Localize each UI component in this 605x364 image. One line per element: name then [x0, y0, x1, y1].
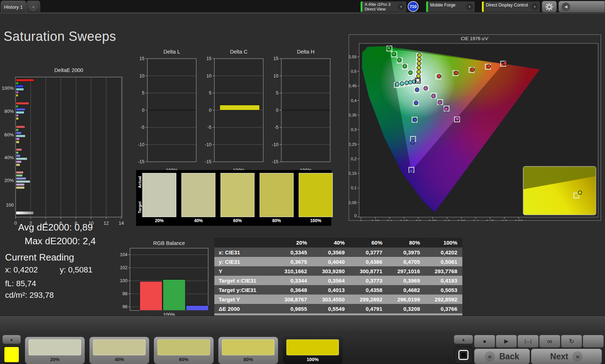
svg-text:0: 0 — [142, 108, 144, 113]
current-cdm2: cd/m²: 293,78 — [5, 291, 54, 300]
table-cell: 0,3345 — [274, 247, 312, 257]
table-row-label: Target x:CIE31 — [214, 276, 274, 285]
table-col-header: 60% — [350, 238, 387, 247]
measured-point-red — [503, 62, 507, 65]
svg-text:Delta L: Delta L — [164, 49, 180, 55]
svg-text:RGB Balance: RGB Balance — [153, 240, 185, 246]
measured-point-green — [403, 64, 407, 68]
gear-icon — [545, 3, 553, 11]
svg-text:15: 15 — [273, 56, 278, 61]
svg-text:0,2: 0,2 — [415, 219, 421, 221]
svg-text:0,3: 0,3 — [444, 219, 450, 221]
svg-text:15: 15 — [139, 56, 144, 61]
swatch-strip-label: 20% — [142, 218, 176, 223]
measured-point-yellow — [417, 66, 421, 69]
pattern-swatch-label: 100% — [283, 357, 343, 362]
pattern-swatch-label: 40% — [89, 357, 149, 362]
deltae-bar-blue-20% — [16, 177, 26, 180]
pattern-swatch-button-60%[interactable]: 60% — [154, 337, 214, 364]
pattern-scroll-up-button[interactable]: ▲ — [2, 335, 21, 344]
svg-text:60%: 60% — [4, 132, 14, 137]
deltae-bar-red-60% — [16, 126, 25, 128]
svg-text:10: 10 — [206, 73, 211, 79]
current-y: y: 0,5081 — [60, 265, 93, 275]
display-scroll-up-button[interactable]: ▲ — [454, 335, 473, 344]
table-row-label: Y — [214, 266, 274, 276]
deltae-bar-blue-100% — [16, 85, 24, 88]
svg-text:-10: -10 — [272, 142, 278, 147]
pattern-swatch-color — [286, 339, 339, 355]
current-x: x: 0,4202 — [5, 265, 38, 275]
chevron-down-icon: ▼ — [531, 3, 538, 10]
deltae-bar-yellow-40% — [16, 164, 20, 166]
up-arrow-icon: ▲ — [10, 337, 14, 342]
svg-text:0,1: 0,1 — [351, 186, 357, 190]
active-color-button[interactable] — [4, 346, 20, 363]
history-tab[interactable]: History 1 — [1, 1, 26, 13]
pattern-swatch-button-20%[interactable]: 20% — [25, 337, 85, 364]
meter-name: X-Rite i1Pro 3 — [365, 2, 391, 7]
table-cell: 0,9855 — [274, 304, 312, 313]
settings-button[interactable] — [542, 1, 557, 13]
table-cell: 296,0199 — [387, 295, 425, 304]
table-cell: 0,3766 — [425, 304, 462, 313]
next-button[interactable]: Next » — [531, 348, 602, 364]
loop-infinity-icon: ∞ — [547, 337, 552, 346]
measured-point-magenta — [424, 86, 427, 90]
table-cell: 0,4682 — [387, 285, 425, 295]
rgb-bar-R — [140, 282, 162, 310]
table-col-header — [214, 238, 274, 247]
meter-dropdown[interactable]: X-Rite i1Pro 3 Direct View ▼ — [360, 1, 407, 12]
actual-target-strip: Actual Target 20%40%60%80%100% — [136, 170, 331, 226]
svg-text:0: 0 — [354, 213, 357, 218]
collapse-panel-button[interactable]: ◀ — [558, 1, 605, 13]
svg-text:10: 10 — [273, 73, 278, 79]
pattern-swatch-button-100%[interactable]: 100% — [282, 337, 343, 364]
plus-icon: + — [29, 3, 37, 11]
measured-point-red — [454, 71, 458, 75]
table-col-header: 40% — [312, 238, 350, 247]
refresh-button[interactable]: ↻ — [561, 335, 582, 348]
measured-point-blue — [414, 101, 418, 105]
pattern-swatch-color — [222, 339, 274, 355]
display-control-dropdown[interactable]: Direct Display Control ▼ — [482, 1, 540, 12]
svg-text:0,25: 0,25 — [349, 142, 357, 147]
stop-button[interactable]: ■ — [474, 335, 495, 348]
measured-point-red — [437, 74, 441, 78]
table-cell: 0,3975 — [387, 247, 425, 257]
pattern-swatch-button-40%[interactable]: 40% — [89, 337, 150, 364]
measured-point-blue — [413, 118, 417, 122]
table-row: ΔE 20000,98550,55490,47910,32080,3766 — [214, 304, 462, 313]
pattern-swatch-label: 60% — [154, 357, 214, 362]
play-button[interactable]: ▶ — [496, 335, 517, 348]
table-cell: 0,3773 — [350, 276, 387, 285]
actual-target-swatch-80% — [260, 173, 294, 217]
add-tab-button[interactable]: + — [26, 1, 40, 13]
loop-infinity-button[interactable]: ∞ — [539, 335, 560, 348]
svg-text:-15: -15 — [138, 159, 144, 164]
back-button[interactable]: « Back — [474, 348, 530, 364]
deltae-bar-green-40% — [16, 151, 18, 154]
svg-text:0,15: 0,15 — [400, 219, 408, 221]
deltae-bar-cyan-60% — [16, 135, 25, 137]
pattern-swatch-button-80%[interactable]: 80% — [218, 337, 278, 364]
interval-button[interactable]: [↔] — [517, 335, 539, 348]
svg-text:DeltaE 2000: DeltaE 2000 — [54, 67, 83, 73]
svg-text:0: 0 — [209, 108, 211, 113]
svg-text:0,45: 0,45 — [486, 219, 494, 221]
table-cell: 0,3344 — [274, 276, 312, 285]
status-blank-button[interactable] — [583, 335, 604, 348]
table-cell: 293,7768 — [425, 266, 462, 276]
display-control-name: Direct Display Control — [484, 3, 530, 8]
pattern-window-button[interactable] — [454, 346, 472, 364]
play-icon: ▶ — [504, 338, 509, 344]
svg-text:100: 100 — [6, 202, 14, 208]
svg-text:0: 0 — [276, 108, 278, 113]
swatch-strip-label: 60% — [220, 218, 255, 223]
source-dropdown[interactable]: Mobile Forge ▼ — [426, 1, 475, 12]
svg-text:12: 12 — [104, 220, 109, 226]
deltaC-bar — [220, 105, 260, 110]
actual-target-swatch-100% — [299, 173, 333, 217]
table-cell: 292,8592 — [425, 295, 462, 304]
svg-text:5: 5 — [142, 90, 144, 96]
